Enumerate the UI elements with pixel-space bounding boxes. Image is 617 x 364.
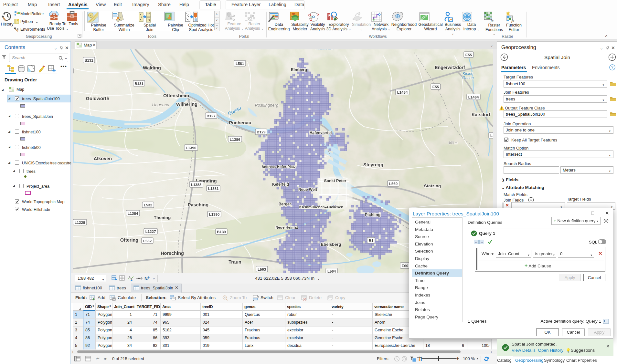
svg-text:B139: B139 (217, 230, 226, 234)
svg-text:?: ? (611, 65, 613, 70)
svg-text:Neue Welt: Neue Welt (298, 187, 317, 192)
svg-text:L564: L564 (327, 269, 336, 273)
svg-text:Ebelsberg: Ebelsberg (321, 242, 341, 247)
svg-text:Hagenau: Hagenau (152, 102, 169, 107)
svg-text:2: 2 (149, 12, 150, 15)
svg-text:Hafenviertel: Hafenviertel (310, 130, 332, 135)
svg-text:Hörsching: Hörsching (161, 251, 184, 256)
svg-text:Kleinmünchen-Auwiesen: Kleinmünchen-Auwiesen (299, 205, 344, 209)
svg-text:B127: B127 (207, 114, 216, 118)
svg-text:Ottensheim: Ottensheim (163, 93, 189, 98)
svg-text:Keferfeld: Keferfeld (272, 182, 289, 187)
svg-text:Gusen: Gusen (462, 76, 474, 80)
svg-text:Kleine: Kleine (463, 71, 473, 76)
svg-text:403 m: 403 m (448, 141, 457, 145)
svg-text:Pichling: Pichling (365, 213, 381, 217)
svg-text:L1390: L1390 (209, 213, 220, 216)
svg-text:E55: E55 (432, 85, 439, 89)
svg-text:Statzing: Statzing (424, 183, 441, 188)
svg-text:L563: L563 (258, 267, 266, 271)
svg-text:B129: B129 (257, 130, 266, 134)
svg-text:E60: E60 (402, 264, 408, 268)
svg-text:B1: B1 (369, 239, 374, 243)
svg-text:Steyregg: Steyregg (363, 162, 383, 167)
svg-text:L1381: L1381 (208, 187, 219, 191)
svg-text:Katsdorf: Katsdorf (472, 112, 490, 117)
svg-text:Puchenau: Puchenau (229, 120, 251, 125)
svg-text:L1227: L1227 (145, 230, 156, 234)
svg-text:Andreas-Hofer-Platz: Andreas-Hofer-Platz (261, 165, 296, 169)
svg-text:Berger: Berger (279, 202, 291, 206)
svg-text:L1388: L1388 (191, 183, 202, 187)
svg-text:B131: B131 (134, 82, 144, 86)
svg-text:Pöstlingberg: Pöstlingberg (255, 103, 279, 108)
svg-text:Wilhering: Wilhering (176, 102, 197, 107)
svg-text:Traun: Traun (229, 259, 241, 265)
svg-text:3: 3 (149, 19, 150, 21)
svg-text:Sankt Peter: Sankt Peter (324, 179, 346, 183)
svg-text:L146: L146 (490, 134, 493, 138)
svg-text:fx: fx (511, 18, 515, 23)
svg-text:L1386: L1386 (230, 138, 240, 141)
svg-text:Thening: Thening (154, 215, 171, 220)
svg-text:fx: fx (491, 18, 494, 23)
svg-text:Walding: Walding (143, 65, 161, 70)
svg-text:L1464: L1464 (468, 95, 479, 99)
svg-text:L581: L581 (236, 62, 244, 66)
svg-text:L532: L532 (144, 203, 152, 207)
svg-text:Mitterbach: Mitterbach (316, 49, 334, 50)
svg-text:Alkoven: Alkoven (94, 156, 112, 161)
svg-text:Neue Heimat: Neue Heimat (275, 225, 298, 229)
svg-text:L532: L532 (143, 239, 152, 243)
svg-text:L569: L569 (389, 182, 398, 186)
svg-text:Goldwörth: Goldwörth (86, 96, 110, 101)
svg-text:Elmberg: Elmberg (291, 68, 307, 72)
svg-text:L1390: L1390 (186, 146, 197, 150)
svg-text:L1228: L1228 (75, 221, 85, 224)
svg-text:Pasching: Pasching (188, 202, 208, 207)
svg-text:E55: E55 (465, 53, 472, 57)
svg-text:L1384: L1384 (128, 212, 138, 215)
svg-text:Engerwitzdorf: Engerwitzdorf (435, 65, 465, 70)
svg-text:Oftering: Oftering (120, 237, 138, 243)
svg-text:N: N (144, 276, 147, 281)
svg-text:B131: B131 (84, 58, 93, 62)
svg-text:L1464: L1464 (397, 90, 408, 94)
